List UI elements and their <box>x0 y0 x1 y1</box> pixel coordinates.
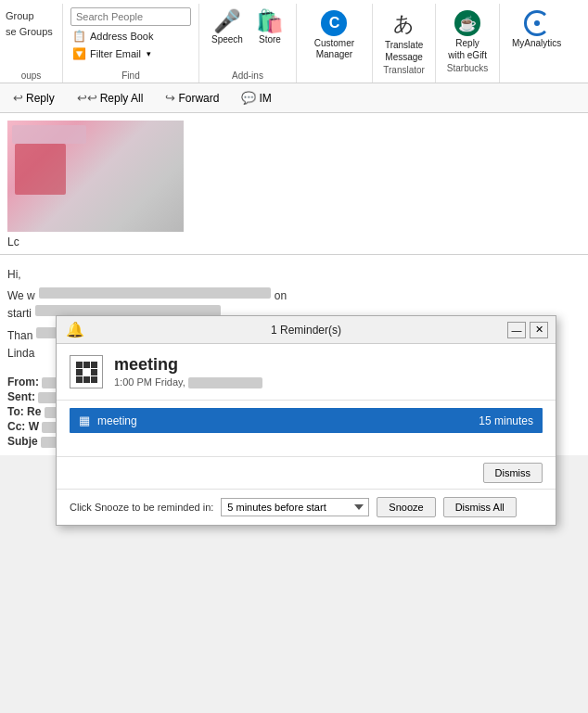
starbucks-icon: ☕ <box>454 10 480 36</box>
dismiss-all-button[interactable]: Dismiss All <box>443 497 517 517</box>
myanalytics-section: MyAnalytics <box>500 4 573 83</box>
myanalytics-button[interactable]: MyAnalytics <box>507 7 566 51</box>
reminder-item-title: meeting <box>97 414 479 427</box>
meeting-time: 1:00 PM Friday, <box>114 376 262 388</box>
reply-icon: ↩ <box>13 91 23 105</box>
meeting-title: meeting <box>114 355 262 375</box>
filter-icon: 🔽 <box>72 47 86 60</box>
subject-label: Subje <box>7 435 38 448</box>
speech-button[interactable]: 🎤 Speech <box>207 7 248 47</box>
starbucks-section: ☕ Reply with eGift Starbucks <box>436 4 500 83</box>
translator-section: あ Translate Message Translator <box>373 4 436 83</box>
reply-all-button[interactable]: ↩↩ Reply All <box>71 88 149 108</box>
forward-icon: ↪ <box>165 91 175 105</box>
reminder-footer: Click Snooze to be reminded in: 5 minute… <box>57 489 556 525</box>
address-book-btn[interactable]: 📋 Address Book <box>70 29 191 44</box>
reminder-list-item[interactable]: ▦ meeting 15 minutes <box>70 408 543 433</box>
speech-icon: 🎤 <box>213 10 241 32</box>
ribbon-group-label2[interactable]: se Groups <box>4 25 58 38</box>
reminder-list: ▦ meeting 15 minutes <box>57 401 556 456</box>
im-icon: 💬 <box>241 91 256 105</box>
groups-section-label: oups <box>4 70 58 81</box>
reminder-meeting-header: meeting 1:00 PM Friday, <box>57 344 556 401</box>
from-label: From: <box>7 376 39 388</box>
reminder-item-icon: ▦ <box>79 414 90 427</box>
find-label: Find <box>70 70 191 81</box>
action-bar: ↩ Reply ↩↩ Reply All ↪ Forward 💬 IM <box>0 83 588 113</box>
search-people-input[interactable] <box>70 7 191 26</box>
dismiss-row: Dismiss <box>57 456 556 489</box>
reminder-dialog: 🔔 1 Reminder(s) — ✕ meeting 1:00 PM Frid… <box>56 315 556 526</box>
translator-label: Translator <box>383 65 425 75</box>
find-section: 📋 Address Book 🔽 Filter Email ▾ Find <box>63 4 199 83</box>
store-button[interactable]: 🛍️ Store <box>251 7 288 47</box>
we-line: We w on <box>7 287 581 305</box>
close-button[interactable]: ✕ <box>530 322 548 338</box>
starbucks-label: Starbucks <box>447 63 488 73</box>
to-label: To: Re <box>7 405 41 418</box>
translate-button[interactable]: あ Translate Message <box>380 7 428 65</box>
meeting-date-blurred <box>188 377 262 388</box>
forward-button[interactable]: ↪ Forward <box>160 88 224 108</box>
address-book-icon: 📋 <box>72 30 86 43</box>
translate-icon: あ <box>393 10 415 38</box>
snooze-select[interactable]: 5 minutes before start 10 minutes before… <box>221 498 369 516</box>
customer-manager-section: C Customer Manager <box>297 4 373 83</box>
reminder-item-time: 15 minutes <box>479 414 533 427</box>
myanalytics-icon <box>524 10 550 36</box>
minimize-button[interactable]: — <box>507 322 526 338</box>
sent-label: Sent: <box>7 390 35 403</box>
reminder-controls: — ✕ <box>507 322 548 338</box>
calendar-icon <box>70 355 103 388</box>
reminder-titlebar: 🔔 1 Reminder(s) — ✕ <box>57 316 556 344</box>
meeting-info: meeting 1:00 PM Friday, <box>114 355 262 388</box>
starbucks-button[interactable]: ☕ Reply with eGift <box>443 7 492 63</box>
addins-label: Add-ins <box>207 70 288 81</box>
customer-manager-icon: C <box>321 10 347 36</box>
ribbon: Group se Groups oups 📋 Address Book 🔽 Fi… <box>0 0 588 83</box>
reminder-title: 1 Reminder(s) <box>271 324 341 337</box>
store-icon: 🛍️ <box>256 10 284 32</box>
reply-all-icon: ↩↩ <box>77 91 97 105</box>
snooze-button[interactable]: Snooze <box>377 497 435 517</box>
filter-email-btn[interactable]: 🔽 Filter Email ▾ <box>70 46 191 61</box>
reply-button[interactable]: ↩ Reply <box>7 88 60 108</box>
ribbon-group-label[interactable]: Group <box>4 9 58 22</box>
dismiss-button[interactable]: Dismiss <box>483 463 543 483</box>
addins-section: 🎤 Speech 🛍️ Store Add-ins <box>199 4 297 83</box>
email-divider <box>0 254 588 255</box>
im-button[interactable]: 💬 IM <box>236 88 276 108</box>
snooze-label: Click Snooze to be reminded in: <box>70 502 213 513</box>
customer-manager-button[interactable]: C Customer Manager <box>304 7 364 63</box>
cc-label: Cc: W <box>7 420 39 433</box>
email-image <box>7 121 184 232</box>
blurred-1 <box>39 287 271 299</box>
hi-text: Hi, <box>7 266 581 284</box>
bell-icon: 🔔 <box>66 321 84 338</box>
email-lc: Lc <box>0 232 588 250</box>
